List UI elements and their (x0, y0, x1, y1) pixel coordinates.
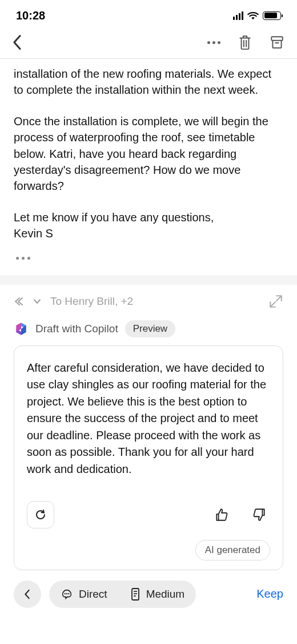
svg-point-4 (68, 593, 69, 594)
email-paragraph: Let me know if you have any questions, K… (14, 209, 283, 242)
ai-generated-badge: AI generated (195, 540, 270, 560)
more-options-button[interactable] (207, 41, 220, 44)
thumbs-up-icon[interactable] (214, 507, 229, 522)
nav-bar (0, 27, 297, 59)
reply-to-line[interactable]: To Henry Brill, +2 (50, 295, 133, 308)
svg-rect-5 (132, 589, 139, 600)
clock-time: 10:28 (16, 9, 45, 22)
thumbs-down-icon[interactable] (252, 507, 267, 522)
email-paragraph: installation of the new roofing material… (14, 66, 283, 98)
wifi-icon (247, 11, 259, 20)
regenerate-button[interactable] (27, 501, 54, 528)
back-button[interactable] (13, 34, 22, 50)
message-more-button[interactable] (14, 249, 283, 271)
svg-rect-0 (271, 37, 283, 41)
svg-point-3 (65, 593, 66, 594)
copilot-title: Draft with Copilot (35, 323, 118, 335)
status-right (233, 11, 282, 20)
reply-mode-button[interactable] (14, 296, 41, 307)
draft-card: After careful consideration, we have dec… (14, 345, 283, 570)
archive-icon[interactable] (270, 35, 284, 50)
length-button[interactable]: Medium (119, 581, 196, 608)
bottom-action-bar: Direct Medium Keep (0, 570, 297, 618)
section-divider (0, 276, 297, 285)
battery-icon (263, 11, 281, 20)
svg-point-2 (66, 593, 67, 594)
email-paragraph: Once the installation is complete, we wi… (14, 113, 283, 194)
length-label: Medium (146, 588, 185, 601)
keep-button[interactable]: Keep (256, 587, 283, 601)
trash-icon[interactable] (238, 34, 252, 50)
copilot-logo-icon (14, 321, 29, 336)
length-icon (130, 587, 141, 601)
bottom-back-button[interactable] (14, 581, 41, 608)
refresh-icon (34, 508, 47, 522)
reply-header: To Henry Brill, +2 (0, 285, 297, 313)
chevron-left-icon (24, 589, 31, 599)
preview-badge: Preview (125, 320, 175, 337)
cellular-signal-icon (233, 11, 244, 20)
draft-body-text: After careful consideration, we have dec… (27, 360, 270, 478)
tone-button[interactable]: Direct (49, 581, 119, 608)
status-bar: 10:28 (0, 0, 297, 27)
tone-icon (61, 588, 73, 601)
copilot-header: Draft with Copilot Preview (0, 313, 297, 345)
expand-icon[interactable] (268, 294, 283, 309)
tone-label: Direct (79, 588, 107, 601)
email-body: installation of the new roofing material… (0, 59, 297, 276)
